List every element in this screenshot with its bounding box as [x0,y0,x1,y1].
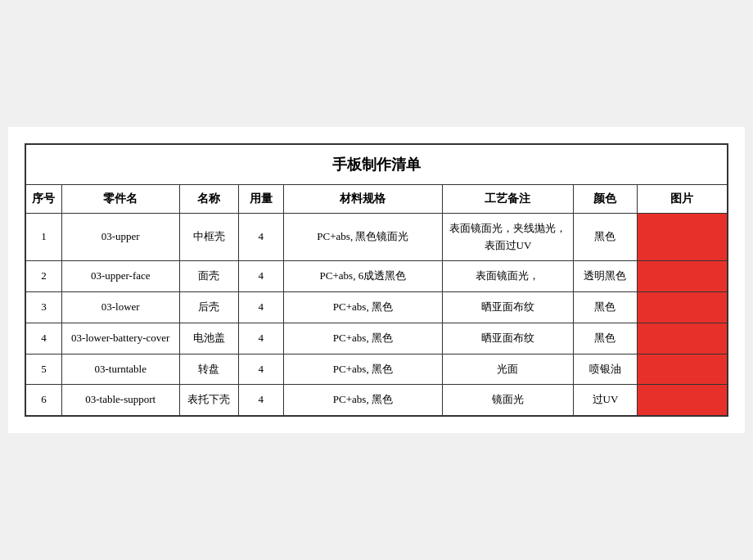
cell-qty: 4 [238,213,283,261]
cell-spec: PC+abs, 黑色 [284,385,443,416]
cell-spec: PC+abs, 黑色镜面光 [284,213,443,261]
cell-color: 喷银油 [574,354,637,385]
cell-name: 电池盖 [179,323,238,354]
table-row: 503-turntable转盘4PC+abs, 黑色光面喷银油 [25,354,728,385]
cell-color: 透明黑色 [574,261,637,292]
title-row: 手板制作清单 [25,144,728,185]
header-image: 图片 [637,184,728,213]
page-wrapper: 手板制作清单 序号 零件名 名称 用量 材料规格 工艺备注 颜色 图片 103-… [8,127,745,434]
header-row: 序号 零件名 名称 用量 材料规格 工艺备注 颜色 图片 [25,184,728,213]
table-row: 403-lower-battery-cover电池盖4PC+abs, 黑色晒亚面… [25,323,728,354]
cell-seq: 5 [25,354,61,385]
table-body: 103-upper中框壳4PC+abs, 黑色镜面光表面镜面光，夹线抛光，表面过… [25,213,728,416]
cell-process: 晒亚面布纹 [442,323,574,354]
header-spec: 材料规格 [284,184,443,213]
cell-seq: 3 [25,292,61,323]
cell-color: 黑色 [574,213,637,261]
cell-seq: 4 [25,323,61,354]
cell-name: 表托下壳 [179,385,238,416]
table-row: 103-upper中框壳4PC+abs, 黑色镜面光表面镜面光，夹线抛光，表面过… [25,213,728,261]
cell-qty: 4 [238,385,283,416]
cell-qty: 4 [238,323,283,354]
cell-seq: 6 [25,385,61,416]
cell-color: 过UV [574,385,637,416]
cell-seq: 2 [25,261,61,292]
cell-spec: PC+abs, 黑色 [284,292,443,323]
cell-qty: 4 [238,354,283,385]
cell-part-code: 03-upper [61,213,179,261]
cell-process: 晒亚面布纹 [442,292,574,323]
cell-name: 后壳 [179,292,238,323]
cell-seq: 1 [25,213,61,261]
header-process: 工艺备注 [442,184,574,213]
cell-spec: PC+abs, 黑色 [284,323,443,354]
header-name: 名称 [179,184,238,213]
cell-process: 光面 [442,354,574,385]
cell-name: 面壳 [179,261,238,292]
cell-image [637,213,728,261]
cell-process: 表面镜面光， [442,261,574,292]
cell-part-code: 03-table-support [61,385,179,416]
cell-spec: PC+abs, 6成透黑色 [284,261,443,292]
main-table: 手板制作清单 序号 零件名 名称 用量 材料规格 工艺备注 颜色 图片 103-… [25,143,728,418]
cell-color: 黑色 [574,323,637,354]
header-color: 颜色 [574,184,637,213]
cell-name: 中框壳 [179,213,238,261]
header-seq: 序号 [25,184,61,213]
cell-part-code: 03-lower-battery-cover [61,323,179,354]
table-title: 手板制作清单 [25,144,728,185]
cell-image [637,292,728,323]
cell-qty: 4 [238,292,283,323]
cell-part-code: 03-lower [61,292,179,323]
header-part-code: 零件名 [61,184,179,213]
cell-spec: PC+abs, 黑色 [284,354,443,385]
cell-name: 转盘 [179,354,238,385]
cell-image [637,261,728,292]
cell-image [637,385,728,416]
cell-qty: 4 [238,261,283,292]
cell-color: 黑色 [574,292,637,323]
table-row: 303-lower后壳4PC+abs, 黑色晒亚面布纹黑色 [25,292,728,323]
cell-part-code: 03-upper-face [61,261,179,292]
header-qty: 用量 [238,184,283,213]
cell-process: 表面镜面光，夹线抛光，表面过UV [442,213,574,261]
table-row: 203-upper-face面壳4PC+abs, 6成透黑色表面镜面光，透明黑色 [25,261,728,292]
cell-image [637,323,728,354]
cell-process: 镜面光 [442,385,574,416]
table-row: 603-table-support表托下壳4PC+abs, 黑色镜面光过UV [25,385,728,416]
cell-part-code: 03-turntable [61,354,179,385]
cell-image [637,354,728,385]
